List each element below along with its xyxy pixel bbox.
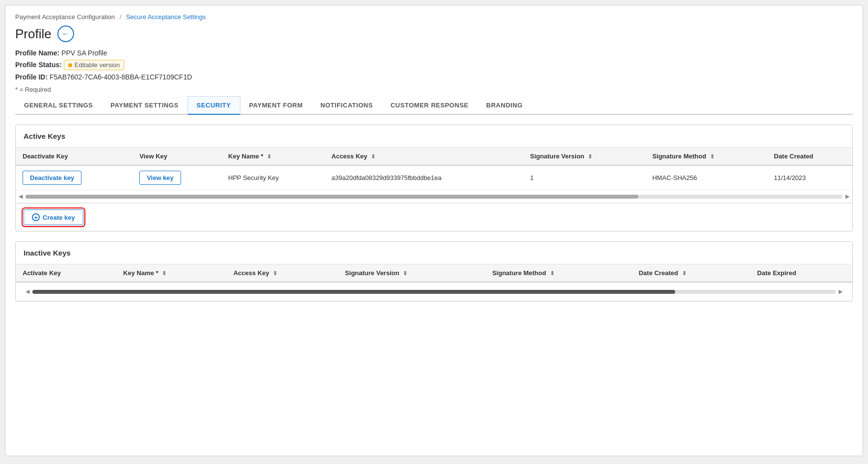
sort-icon-key-name[interactable]: ⇕ <box>267 154 271 160</box>
back-button[interactable]: ← <box>57 26 74 42</box>
profile-status-row: Profile Status: Editable version <box>15 60 853 70</box>
profile-id-value: F5AB7602-7CA6-4003-8BBA-E1CF7109CF1D <box>50 73 192 81</box>
scrollbar-track[interactable] <box>26 195 842 199</box>
breadcrumb: Payment Acceptance Configuration / Secur… <box>15 13 853 21</box>
active-keys-table: Deactivate Key View Key Key Name * ⇕ Acc… <box>16 148 852 203</box>
active-keys-scrollbar-cell: ◀ ▶ <box>16 190 852 203</box>
inactive-scroll-left-arrow[interactable]: ◀ <box>23 288 32 295</box>
sig-method-cell: HMAC-SHA256 <box>645 165 767 190</box>
profile-name-value: PPV SA Profile <box>61 49 107 57</box>
col-key-name: Key Name * ⇕ <box>221 148 324 165</box>
deactivate-key-button[interactable]: Deactivate key <box>23 171 81 185</box>
tab-customer-response[interactable]: CUSTOMER RESPONSE <box>382 96 477 115</box>
inactive-keys-table-wrapper[interactable]: Activate Key Key Name * ⇕ Access Key ⇕ S… <box>16 264 852 301</box>
col-deactivate-key: Deactivate Key <box>16 148 132 165</box>
active-keys-section: Active Keys Deactivate Key View Key Key … <box>15 125 853 232</box>
tab-payment-form[interactable]: PAYMENT FORM <box>240 96 312 115</box>
profile-name-row: Profile Name: PPV SA Profile <box>15 49 853 57</box>
tab-general-settings[interactable]: GENERAL SETTINGS <box>15 96 102 115</box>
active-keys-table-wrapper[interactable]: Deactivate Key View Key Key Name * ⇕ Acc… <box>16 148 852 203</box>
scroll-right-arrow[interactable]: ▶ <box>842 193 852 200</box>
date-created-cell: 11/14/2023 <box>767 165 852 190</box>
tab-payment-settings[interactable]: PAYMENT SETTINGS <box>102 96 187 115</box>
sort-icon-sig-method[interactable]: ⇕ <box>710 154 714 160</box>
sig-version-cell: 1 <box>523 165 645 190</box>
profile-status-label: Profile Status: <box>15 61 62 69</box>
create-key-button[interactable]: + Create key <box>24 209 83 225</box>
deactivate-key-cell: Deactivate key <box>16 165 132 190</box>
inactive-keys-scrollbar-row: ◀ ▶ <box>16 282 852 301</box>
active-key-row: Deactivate key View key HPP Security Key… <box>16 165 852 190</box>
tab-bar: GENERAL SETTINGS PAYMENT SETTINGS SECURI… <box>15 96 853 115</box>
profile-id-row: Profile ID: F5AB7602-7CA6-4003-8BBA-E1CF… <box>15 73 853 81</box>
profile-header: Profile ← <box>15 26 853 42</box>
inactive-scroll-right-arrow[interactable]: ▶ <box>836 288 845 295</box>
sort-icon-access-key[interactable]: ⇕ <box>371 154 375 160</box>
col-inactive-sig-method: Signature Method ⇕ <box>485 264 632 282</box>
sort-icon-inactive-sig-method[interactable]: ⇕ <box>550 270 554 277</box>
col-inactive-key-name: Key Name * ⇕ <box>116 264 227 282</box>
create-key-label: Create key <box>43 214 75 221</box>
inactive-keys-section: Inactive Keys Activate Key Key Name * ⇕ … <box>15 241 853 302</box>
sort-icon-inactive-access-key[interactable]: ⇕ <box>273 270 277 277</box>
col-sig-method: Signature Method ⇕ <box>645 148 767 165</box>
sort-icon-inactive-date-created[interactable]: ⇕ <box>682 270 686 277</box>
status-dot-icon <box>68 63 72 67</box>
view-key-button[interactable]: View key <box>139 171 181 185</box>
active-keys-header-row: Deactivate Key View Key Key Name * ⇕ Acc… <box>16 148 852 165</box>
create-key-area: + Create key <box>16 203 852 231</box>
scrollbar-thumb <box>26 195 638 199</box>
col-date-expires: Date Expired <box>750 264 852 282</box>
col-sig-version: Signature Version ⇕ <box>523 148 645 165</box>
col-inactive-sig-version: Signature Version ⇕ <box>338 264 485 282</box>
page-title: Profile <box>15 26 52 42</box>
active-keys-title: Active Keys <box>16 125 852 148</box>
col-date-created: Date Created <box>767 148 852 165</box>
col-view-key: View Key <box>132 148 221 165</box>
sort-icon-inactive-key-name[interactable]: ⇕ <box>162 270 166 277</box>
inactive-keys-table: Activate Key Key Name * ⇕ Access Key ⇕ S… <box>16 264 852 301</box>
inactive-keys-title: Inactive Keys <box>16 242 852 264</box>
status-badge: Editable version <box>64 60 125 70</box>
inactive-keys-header-row: Activate Key Key Name * ⇕ Access Key ⇕ S… <box>16 264 852 282</box>
scroll-left-arrow[interactable]: ◀ <box>16 193 26 200</box>
view-key-cell: View key <box>132 165 221 190</box>
tab-notifications[interactable]: NOTIFICATIONS <box>312 96 382 115</box>
tab-branding[interactable]: BRANDING <box>477 96 531 115</box>
key-name-cell: HPP Security Key <box>221 165 324 190</box>
sort-icon-sig-version[interactable]: ⇕ <box>588 154 592 160</box>
access-key-cell: a39a20dfda08329d933975fbbddbe1ea <box>325 165 524 190</box>
inactive-scrollbar-track[interactable] <box>32 290 836 294</box>
profile-name-label: Profile Name: <box>15 49 59 57</box>
profile-id-label: Profile ID: <box>15 73 48 81</box>
breadcrumb-parent: Payment Acceptance Configuration <box>15 13 115 21</box>
inactive-keys-scrollbar-cell: ◀ ▶ <box>16 282 852 301</box>
sort-icon-inactive-sig-version[interactable]: ⇕ <box>403 270 407 277</box>
status-badge-text: Editable version <box>75 61 120 69</box>
col-activate-key: Activate Key <box>16 264 116 282</box>
active-keys-scrollbar-row: ◀ ▶ <box>16 190 852 203</box>
required-note: * = Required <box>15 86 853 93</box>
page-wrapper: Payment Acceptance Configuration / Secur… <box>5 5 863 456</box>
col-inactive-access-key: Access Key ⇕ <box>227 264 338 282</box>
breadcrumb-current[interactable]: Secure Acceptance Settings <box>126 13 206 21</box>
col-access-key: Access Key ⇕ <box>325 148 524 165</box>
breadcrumb-separator: / <box>120 13 122 21</box>
inactive-scrollbar-thumb <box>32 290 675 294</box>
plus-icon: + <box>32 213 40 221</box>
col-inactive-date-created: Date Created ⇕ <box>632 264 750 282</box>
tab-security[interactable]: SECURITY <box>187 96 240 115</box>
